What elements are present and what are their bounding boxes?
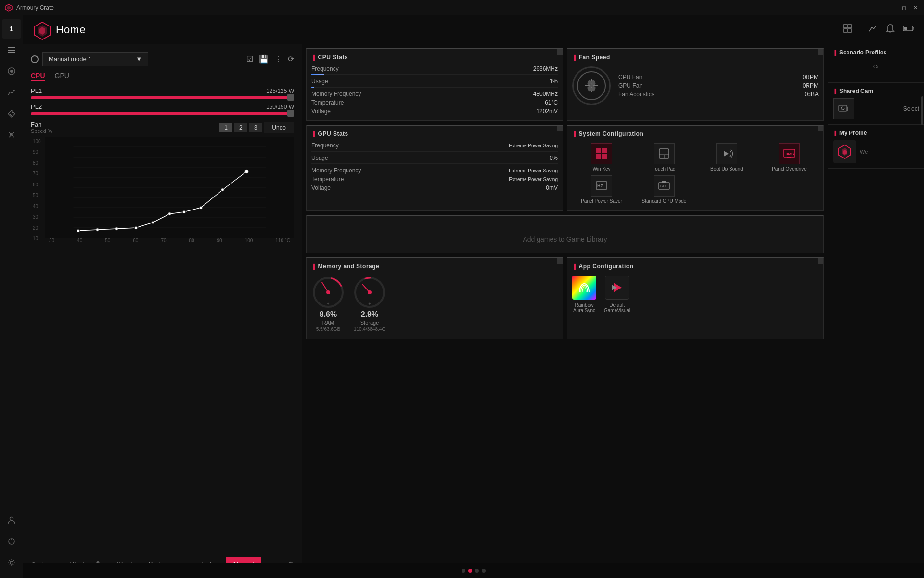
panel-corner-7: [818, 258, 823, 264]
svg-point-33: [152, 221, 154, 224]
bell-icon[interactable]: [886, 24, 895, 36]
chart-icon[interactable]: [868, 24, 878, 36]
close-btn[interactable]: ✕: [911, 4, 919, 12]
sidebar-item-system-settings[interactable]: [2, 553, 21, 572]
refresh-icon[interactable]: ⟳: [288, 54, 294, 64]
gpu-fan-row: GPU Fan 0RPM: [618, 81, 819, 90]
stats-row-4: ▐ Memory and Storage: [306, 257, 824, 339]
tab-cpu[interactable]: CPU: [31, 72, 45, 81]
sidebar-item-performance[interactable]: [2, 83, 21, 102]
powersaver-icon: HZ: [591, 175, 612, 197]
svg-rect-40: [602, 148, 607, 153]
fan-speed-title: ▐ Fan Speed: [572, 54, 819, 61]
fan-controls: 1 2 3 Undo: [219, 122, 294, 133]
sidebar-item-fan-settings[interactable]: [2, 125, 21, 144]
pl1-slider[interactable]: [31, 96, 294, 99]
acoustics-row: Fan Acoustics 0dBA: [618, 90, 819, 99]
sys-config-grid: Win Key: [572, 141, 819, 206]
svg-marker-46: [724, 151, 729, 157]
fan-subtitle: Speed %: [31, 128, 52, 134]
mem-storage-panel: ▐ Memory and Storage: [306, 257, 563, 339]
minimize-btn[interactable]: ─: [888, 4, 896, 12]
svg-point-31: [116, 227, 118, 230]
svg-rect-19: [904, 27, 907, 30]
right-scroll-handle[interactable]: [921, 96, 923, 125]
sidebar-bottom: [2, 511, 21, 578]
sys-item-overdrive[interactable]: 3MS Panel Overdrive: [760, 143, 819, 171]
svg-text:3MS: 3MS: [786, 152, 794, 156]
sys-item-touchpad[interactable]: Touch Pad: [635, 143, 693, 171]
fan-btn-1[interactable]: 1: [219, 123, 232, 132]
touchpad-icon: [654, 143, 675, 164]
svg-rect-16: [844, 29, 847, 32]
fan-btn-3[interactable]: 3: [249, 123, 262, 132]
header-icons: [843, 24, 914, 36]
main-panel: Manual mode 1 ▼ ☑ 💾 ⋮ ⟳ CPU GPU: [23, 44, 302, 578]
svg-rect-54: [662, 181, 666, 183]
fan-title: Fan: [31, 121, 41, 128]
ram-dial: +: [311, 276, 345, 309]
bottom-bar: [23, 563, 924, 578]
svg-text:HZ: HZ: [597, 184, 603, 188]
power-section: PL1 125/125 W PL2 150/150 W: [31, 87, 294, 115]
more-icon[interactable]: ⋮: [274, 54, 282, 64]
storage-pct: 2.9%: [361, 310, 378, 319]
tab-gpu[interactable]: GPU: [55, 72, 69, 81]
cpu-memfreq-row: Memory Frequency 4800MHz: [311, 90, 558, 98]
ram-label: RAM: [322, 320, 334, 326]
svg-rect-14: [844, 25, 847, 28]
app-icon: [5, 4, 13, 12]
save-icon[interactable]: 💾: [259, 54, 269, 64]
svg-marker-1: [7, 6, 11, 10]
sys-item-powersaver[interactable]: HZ Panel Power Saver: [572, 175, 631, 204]
cpu-usage-row: Usage 1%: [311, 77, 558, 86]
svg-rect-67: [839, 105, 847, 111]
svg-rect-42: [602, 154, 607, 159]
svg-rect-17: [848, 29, 851, 32]
restore-btn[interactable]: ◻: [900, 4, 908, 12]
app-item-gamevisual[interactable]: DefaultGameVisual: [604, 276, 630, 313]
add-games-area[interactable]: Add games to Game Library: [311, 236, 819, 243]
sidebar-item-home[interactable]: 1: [2, 19, 21, 39]
gpu-stats-title: ▐ GPU Stats: [311, 131, 558, 137]
game-launcher-panel: ▐ Game Launcher Add games to Game Librar…: [306, 215, 824, 253]
gpumode-icon: GPU: [654, 175, 675, 197]
check-icon[interactable]: ☑: [246, 54, 253, 64]
gpu-stats-panel: ▐ GPU Stats Frequency Extreme Power Savi…: [306, 125, 563, 211]
undo-btn[interactable]: Undo: [264, 122, 294, 133]
sys-item-gpumode[interactable]: GPU Standard GPU Mode: [635, 175, 693, 204]
hamburger-icon: [6, 45, 17, 55]
sys-item-winkey[interactable]: Win Key: [572, 143, 631, 171]
sidebar-item-circle[interactable]: [2, 532, 21, 551]
sidebar: 1: [0, 15, 23, 578]
pl2-handle[interactable]: [287, 110, 294, 117]
system-config-panel: ▐ System Configuration: [567, 125, 824, 211]
sys-item-bootup[interactable]: Boot Up Sound: [697, 143, 756, 171]
panel-corner-6: [557, 258, 563, 264]
sys-config-title: ▐ System Configuration: [572, 131, 819, 137]
pl1-handle[interactable]: [287, 94, 294, 101]
svg-text:+: +: [368, 302, 371, 306]
shared-cam-select-btn[interactable]: Select: [903, 105, 919, 112]
battery-icon[interactable]: [903, 25, 914, 35]
cpu-fan-row: CPU Fan 0RPM: [618, 73, 819, 81]
fan-chart-wrapper: 100 90 80 70 60 50 40 30 20 10: [31, 137, 294, 243]
fan-gauge-circle: [572, 66, 611, 105]
sidebar-item-user[interactable]: [2, 511, 21, 530]
app-item-rainbow[interactable]: RainbowAura Sync: [572, 276, 596, 313]
sidebar-item-lighting[interactable]: [2, 62, 21, 81]
sidebar-item-hamburger[interactable]: [2, 40, 21, 60]
sidebar-item-aura[interactable]: [2, 104, 21, 123]
profile-we-label: We: [860, 149, 919, 155]
dot-1: [462, 569, 465, 573]
stats-row-2: ▐ GPU Stats Frequency Extreme Power Savi…: [306, 125, 824, 211]
svg-point-3: [10, 70, 13, 73]
fan-gauge-inner: [577, 71, 606, 100]
app-config-grid: RainbowAura Sync DefaultG: [572, 274, 819, 315]
grid-icon[interactable]: [843, 24, 852, 36]
fan-btn-2[interactable]: 2: [234, 123, 247, 132]
profile-dropdown-btn[interactable]: Manual mode 1 ▼: [42, 52, 148, 66]
pl2-slider[interactable]: [31, 112, 294, 115]
dot-4: [482, 569, 486, 573]
cpu-voltage-row: Voltage 1202mV: [311, 107, 558, 116]
